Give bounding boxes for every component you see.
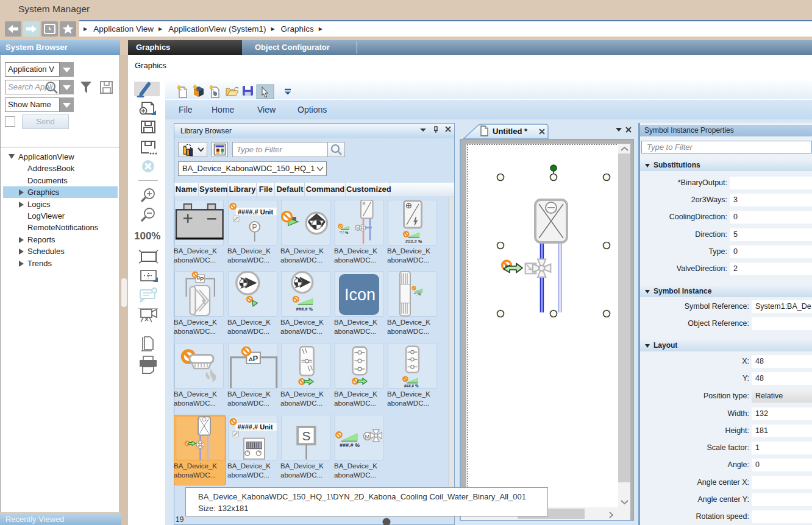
svg-text:P: P bbox=[252, 223, 257, 231]
svg-text:Icon: Icon bbox=[344, 286, 376, 304]
svg-text:S: S bbox=[302, 429, 311, 443]
svg-text:▵P: ▵P bbox=[248, 354, 258, 363]
svg-text:###.# %: ###.# % bbox=[405, 239, 422, 244]
svg-text:'''.'%: '''.'% bbox=[414, 292, 421, 296]
svg-text:M: M bbox=[365, 434, 370, 440]
svg-text:100%: 100% bbox=[134, 230, 160, 242]
svg-text:###.# %: ###.# % bbox=[340, 442, 360, 448]
svg-text:####.# Unit: ####.# Unit bbox=[238, 423, 273, 431]
svg-text:####.# Unit: ####.# Unit bbox=[238, 208, 273, 216]
svg-text:###.# %: ###.# % bbox=[296, 306, 313, 312]
svg-text:'''.' %: '''.' % bbox=[340, 231, 349, 234]
svg-text:###.# %: ###.# % bbox=[404, 384, 419, 388]
svg-text:P: P bbox=[200, 275, 204, 282]
